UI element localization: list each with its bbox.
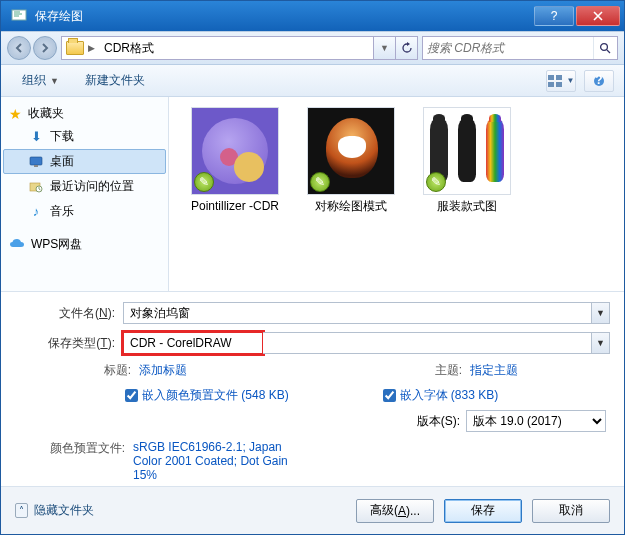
svg-rect-3 — [556, 75, 562, 80]
path-dropdown-button[interactable]: ▼ — [373, 37, 395, 59]
newfolder-label: 新建文件夹 — [85, 73, 145, 87]
save-dialog: 保存绘图 ? ▶ CDR格式 ▼ — [0, 0, 625, 535]
hide-folders-label: 隐藏文件夹 — [34, 502, 94, 519]
new-folder-button[interactable]: 新建文件夹 — [74, 67, 156, 94]
file-label: 服装款式图 — [437, 199, 497, 215]
filename-input[interactable] — [124, 306, 591, 320]
window-buttons: ? — [534, 6, 620, 26]
chevron-right-icon: ▶ — [88, 43, 95, 53]
embed-color-checkbox[interactable]: 嵌入颜色预置文件 (548 KB) — [125, 387, 353, 404]
search-icon[interactable] — [593, 37, 617, 59]
cancel-label: 取消 — [559, 502, 583, 519]
wps-label: WPS网盘 — [31, 236, 82, 253]
svg-rect-9 — [34, 165, 38, 167]
embed-font-label: 嵌入字体 (833 KB) — [400, 387, 499, 404]
color-profile-label: 颜色预置文件: — [31, 440, 125, 482]
checkbox-input[interactable] — [383, 389, 396, 402]
file-thumbnail: ✎ — [423, 107, 511, 195]
title-link[interactable]: 添加标题 — [139, 362, 187, 379]
sidebar-item-label: 音乐 — [50, 203, 74, 220]
wps-header[interactable]: WPS网盘 — [3, 234, 166, 255]
title-label: 标题: — [75, 362, 131, 379]
sidebar-item-downloads[interactable]: ⬇ 下载 — [3, 124, 166, 149]
file-item[interactable]: ✎ 服装款式图 — [419, 107, 515, 215]
embed-font-checkbox[interactable]: 嵌入字体 (833 KB) — [383, 387, 611, 404]
app-icon — [11, 7, 29, 25]
svg-rect-2 — [548, 75, 554, 80]
breadcrumb[interactable]: ▶ CDR格式 ▼ — [61, 36, 418, 60]
refresh-button[interactable] — [395, 37, 417, 59]
embed-color-label: 嵌入颜色预置文件 (548 KB) — [142, 387, 289, 404]
checkbox-input[interactable] — [125, 389, 138, 402]
sidebar-item-music[interactable]: ♪ 音乐 — [3, 199, 166, 224]
svg-point-1 — [601, 43, 608, 50]
nav-back-button[interactable] — [7, 36, 31, 60]
sidebar-item-label: 最近访问的位置 — [50, 178, 134, 195]
cdr-badge-icon: ✎ — [426, 172, 446, 192]
address-bar: ▶ CDR格式 ▼ — [1, 31, 624, 65]
sidebar-item-label: 桌面 — [50, 153, 74, 170]
cdr-badge-icon: ✎ — [310, 172, 330, 192]
cancel-button[interactable]: 取消 — [532, 499, 610, 523]
footer: ˄ 隐藏文件夹 高级(A)... 保存 取消 — [1, 486, 624, 534]
search-box[interactable] — [422, 36, 618, 60]
chevron-up-icon: ˄ — [15, 503, 28, 518]
help-button[interactable]: ? — [534, 6, 574, 26]
form-area: 文件名(N): ▼ 保存类型(T): ▼ — [1, 291, 624, 486]
titlebar: 保存绘图 ? — [1, 1, 624, 31]
path-segment[interactable]: CDR格式 — [100, 37, 159, 59]
file-item[interactable]: ✎ 对称绘图模式 — [303, 107, 399, 215]
filename-label: 文件名(N): — [15, 305, 115, 322]
window-title: 保存绘图 — [35, 8, 534, 25]
file-thumbnail: ✎ — [191, 107, 279, 195]
sidebar-item-desktop[interactable]: 桌面 — [3, 149, 166, 174]
chevron-down-icon: ▼ — [50, 76, 59, 86]
download-icon: ⬇ — [28, 129, 44, 145]
advanced-button[interactable]: 高级(A)... — [356, 499, 434, 523]
subject-label: 主题: — [435, 362, 462, 379]
svg-text:?: ? — [595, 75, 602, 87]
music-icon: ♪ — [28, 204, 44, 220]
view-mode-button[interactable]: ▼ — [546, 70, 576, 92]
file-label: 对称绘图模式 — [315, 199, 387, 215]
chevron-down-icon[interactable]: ▼ — [591, 333, 609, 353]
file-thumbnail: ✎ — [307, 107, 395, 195]
savetype-combo[interactable] — [123, 332, 263, 354]
version-select[interactable]: 版本 19.0 (2017) — [466, 410, 606, 432]
cdr-badge-icon: ✎ — [194, 172, 214, 192]
toolbar: 组织▼ 新建文件夹 ▼ ? — [1, 65, 624, 97]
desktop-icon — [28, 154, 44, 170]
filename-combo[interactable]: ▼ — [123, 302, 610, 324]
sidebar: ★ 收藏夹 ⬇ 下载 桌面 最近访问的位置 — [1, 97, 169, 291]
chevron-down-icon[interactable]: ▼ — [591, 303, 609, 323]
organize-button[interactable]: 组织▼ — [11, 67, 70, 94]
save-button[interactable]: 保存 — [444, 499, 522, 523]
subject-link[interactable]: 指定主题 — [470, 362, 610, 379]
path-root[interactable]: ▶ — [62, 37, 100, 59]
recent-icon — [28, 179, 44, 195]
folder-icon — [66, 41, 84, 55]
savetype-input[interactable] — [124, 336, 286, 350]
svg-rect-8 — [30, 157, 42, 165]
savetype-combo-ext[interactable]: ▼ — [263, 332, 610, 354]
sidebar-item-label: 下载 — [50, 128, 74, 145]
nav-forward-button[interactable] — [33, 36, 57, 60]
star-icon: ★ — [9, 106, 22, 122]
close-button[interactable] — [576, 6, 620, 26]
file-list[interactable]: ✎ Pointillizer -CDR ✎ 对称绘图模式 ✎ 服装款式图 — [169, 97, 624, 291]
file-label: Pointillizer -CDR — [191, 199, 279, 215]
search-input[interactable] — [423, 41, 593, 55]
svg-rect-5 — [556, 82, 562, 87]
color-profile-value: sRGB IEC61966-2.1; Japan Color 2001 Coat… — [133, 440, 313, 482]
svg-rect-4 — [548, 82, 554, 87]
hide-folders-toggle[interactable]: ˄ 隐藏文件夹 — [15, 502, 94, 519]
file-item[interactable]: ✎ Pointillizer -CDR — [187, 107, 283, 215]
save-label: 保存 — [471, 502, 495, 519]
toolbar-help-button[interactable]: ? — [584, 70, 614, 92]
version-label: 版本(S): — [417, 413, 460, 430]
favorites-header[interactable]: ★ 收藏夹 — [3, 103, 166, 124]
savetype-label: 保存类型(T): — [15, 335, 115, 352]
path-label: CDR格式 — [104, 40, 154, 57]
favorites-label: 收藏夹 — [28, 105, 64, 122]
sidebar-item-recent[interactable]: 最近访问的位置 — [3, 174, 166, 199]
